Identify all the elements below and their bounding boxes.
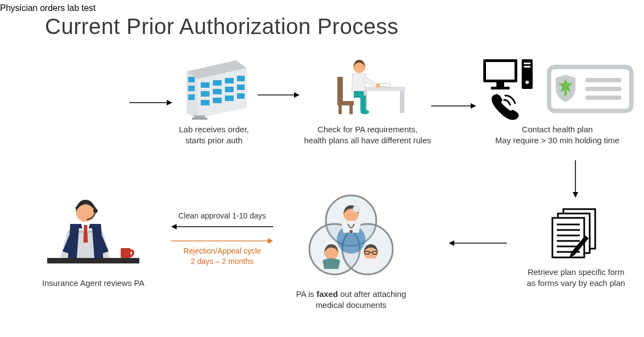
- svg-rect-21: [192, 117, 207, 120]
- monitor-icon: [483, 59, 517, 89]
- svg-rect-28: [337, 77, 343, 103]
- step-check: Check for PA requirements, health plans …: [296, 55, 439, 147]
- contact-icons-group: [478, 55, 637, 121]
- step-fax-caption-bold: faxed: [317, 289, 338, 299]
- svg-rect-41: [496, 82, 504, 87]
- step-check-caption-l2: health plans all have different rules: [304, 136, 431, 145]
- svg-rect-25: [400, 91, 404, 113]
- svg-rect-44: [524, 63, 530, 64]
- svg-rect-86: [121, 248, 131, 258]
- label-rejection: Rejection/Appeal cycle 2 days – 2 months: [170, 246, 274, 267]
- insurance-agent-icon: [44, 192, 143, 274]
- svg-point-36: [360, 110, 369, 114]
- svg-point-72: [353, 206, 359, 212]
- svg-rect-18: [188, 86, 195, 91]
- svg-rect-51: [585, 96, 622, 100]
- svg-rect-5: [201, 82, 210, 88]
- svg-marker-53: [573, 192, 578, 198]
- step-fax-caption-prefix: PA is: [296, 289, 317, 299]
- svg-rect-50: [585, 87, 622, 91]
- step-lab-caption-l2: starts prior auth: [185, 136, 242, 145]
- svg-rect-35: [360, 96, 366, 111]
- step-fax: PA is faxed out after attaching medical …: [274, 192, 428, 311]
- pc-tower-icon: [522, 59, 533, 89]
- svg-point-88: [93, 209, 98, 213]
- forms-stack-icon: [546, 206, 606, 261]
- svg-rect-24: [359, 87, 405, 91]
- svg-rect-31: [349, 105, 353, 114]
- svg-rect-11: [225, 87, 234, 92]
- svg-marker-66: [449, 240, 454, 246]
- svg-rect-6: [213, 80, 222, 86]
- svg-marker-90: [83, 225, 88, 243]
- svg-rect-13: [201, 100, 210, 105]
- step-physician-caption: Physician orders lab test: [0, 3, 644, 13]
- svg-rect-29: [337, 101, 354, 105]
- step-form-caption-l2: as forms vary by each plan: [527, 278, 625, 288]
- lab-building-icon: [176, 55, 252, 121]
- svg-rect-10: [213, 89, 222, 94]
- label-approval: Clean approval 1-10 days: [170, 211, 274, 221]
- arrow-s5-s6: [448, 239, 508, 247]
- svg-rect-9: [201, 91, 210, 97]
- step-fax-caption-l2: medical documents: [315, 300, 386, 310]
- svg-rect-7: [225, 78, 234, 83]
- svg-rect-49: [585, 78, 622, 82]
- svg-rect-15: [225, 96, 234, 101]
- svg-rect-48: [564, 86, 567, 96]
- svg-rect-8: [237, 76, 245, 81]
- svg-point-46: [526, 81, 529, 84]
- step-lab: Lab receives order, starts prior auth: [165, 55, 263, 147]
- svg-point-73: [349, 230, 353, 233]
- svg-rect-45: [524, 66, 530, 68]
- arrow-s3-s4: [430, 102, 476, 110]
- svg-rect-30: [338, 105, 342, 114]
- page-title: Current Prior Authorization Process: [45, 14, 398, 39]
- venn-people-icon: [296, 192, 406, 285]
- phone-icon: [492, 94, 518, 120]
- svg-rect-19: [188, 94, 195, 100]
- svg-rect-42: [491, 87, 510, 89]
- arrow-s2-s3: [257, 91, 300, 99]
- insurance-card-icon: [549, 67, 631, 111]
- svg-marker-80: [171, 224, 177, 229]
- svg-rect-16: [237, 93, 245, 99]
- step-agent-caption: Insurance Agent reviews PA: [33, 278, 154, 289]
- step-agent: Insurance Agent reviews PA: [33, 192, 154, 289]
- svg-rect-17: [188, 77, 195, 82]
- svg-rect-12: [237, 85, 245, 90]
- desk-worker-icon: [326, 55, 409, 121]
- step-fax-caption-suffix: out after attaching: [338, 289, 406, 299]
- step-contact: Contact health plan May require > 30 min…: [475, 55, 640, 147]
- svg-rect-20: [194, 115, 205, 117]
- svg-point-33: [376, 83, 380, 88]
- svg-rect-14: [213, 98, 222, 103]
- step-contact-caption-l1: Contact health plan: [522, 125, 592, 134]
- svg-rect-40: [486, 62, 515, 80]
- arrow-s4-s5: [572, 159, 579, 198]
- svg-marker-82: [268, 238, 273, 244]
- arrow-approval: [170, 223, 274, 231]
- arrow-rejection: [170, 237, 274, 245]
- step-form-caption-l1: Retrieve plan specific form: [528, 267, 625, 277]
- svg-rect-83: [47, 258, 139, 263]
- step-lab-caption-l1: Lab receives order,: [179, 125, 249, 134]
- step-contact-caption-l2: May require > 30 min holding time: [495, 136, 619, 145]
- svg-rect-27: [379, 83, 390, 87]
- step-check-caption-l1: Check for PA requirements,: [318, 125, 417, 134]
- step-form: Retrieve plan specific form as forms var…: [516, 203, 636, 289]
